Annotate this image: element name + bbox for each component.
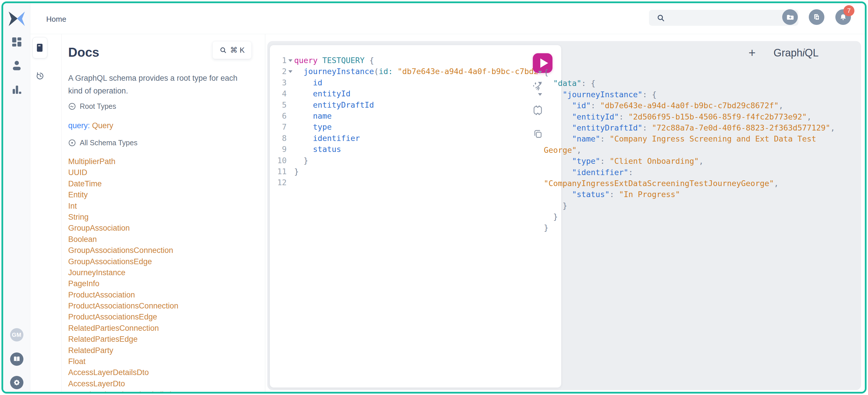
all-types-section: All Schema Types <box>68 139 137 147</box>
doc-type-link[interactable]: AccessLayerDetailsDto <box>68 367 192 378</box>
fold-arrow-icon[interactable] <box>288 59 292 62</box>
sidebar-item-dashboard[interactable] <box>11 36 23 49</box>
doc-type-link[interactable]: GroupAssociation <box>68 223 192 233</box>
docs-description: A GraphQL schema provides a root type fo… <box>68 72 244 97</box>
doc-type-link[interactable]: Float <box>68 356 192 367</box>
doc-type-link[interactable]: JourneyInstance <box>68 267 192 278</box>
gear-icon <box>10 376 23 389</box>
field-type-link[interactable]: Query <box>92 121 114 130</box>
fold-arrow-icon[interactable] <box>538 82 542 84</box>
response-header: + GraphiQL <box>748 47 818 59</box>
response-viewer: { "data": { "journeyInstance": { "id": "… <box>538 67 861 389</box>
docs-plugin-button[interactable] <box>32 37 48 58</box>
doc-type-link[interactable]: MultiplierPath <box>68 156 192 167</box>
doc-type-link[interactable]: RelatedParty <box>68 345 192 356</box>
fold-gutter <box>287 155 294 166</box>
app-window: GM Home <box>1 1 867 394</box>
fold-arrow-icon[interactable] <box>538 71 542 74</box>
fold-gutter <box>287 77 294 88</box>
settings-button[interactable] <box>10 376 23 389</box>
fold-gutter <box>287 100 294 111</box>
all-schema-types-icon <box>68 139 76 147</box>
fold-gutter <box>287 111 294 121</box>
add-folder-button[interactable] <box>782 9 798 25</box>
fold-gutter <box>287 66 294 77</box>
docs-search-button[interactable]: ⌘ K <box>212 41 252 59</box>
doc-type-link[interactable]: Entity <box>68 189 192 200</box>
fold-arrow-icon[interactable] <box>288 70 292 73</box>
code-line: 4 entityId <box>270 88 561 99</box>
response-line: "CompanyIngressExtDataScreeningTestJourn… <box>538 178 861 189</box>
code-line: 7 type <box>270 121 561 133</box>
avatar-initials: GM <box>12 332 21 338</box>
doc-type-link[interactable]: PageInfo <box>68 278 192 289</box>
notification-badge: 7 <box>843 5 855 16</box>
x-logo-icon <box>8 11 26 27</box>
doc-type-link[interactable]: GroupAssociationsConnection <box>68 245 192 256</box>
doc-type-link[interactable]: UUID <box>68 167 192 178</box>
line-number: 4 <box>274 88 287 99</box>
code-line: 5 entityDraftId <box>270 100 561 111</box>
bar-chart-icon <box>11 84 23 95</box>
code-line: 10 } <box>270 155 561 166</box>
schema-type-list: MultiplierPathUUIDDateTimeEntityIntStrin… <box>68 156 192 392</box>
root-query-field: query: Query <box>68 121 113 130</box>
avatar[interactable]: GM <box>10 328 23 341</box>
fold-gutter <box>287 55 294 66</box>
plugin-sidebar <box>30 34 62 392</box>
doc-type-link[interactable]: Boolean <box>68 234 192 245</box>
response-line: "id": "db7e643e-a94d-4a0f-b9bc-c7bd29c86… <box>538 100 861 111</box>
shortcut-label: ⌘ K <box>230 46 245 55</box>
docs-title: Docs <box>68 45 99 60</box>
doc-type-link[interactable]: ProductAssociation <box>68 289 192 300</box>
line-number: 11 <box>274 166 287 177</box>
doc-type-link[interactable]: RelatedPartiesEdge <box>68 334 192 345</box>
global-search[interactable] <box>649 10 798 26</box>
line-number: 7 <box>274 121 287 133</box>
left-sidebar: GM <box>3 3 30 392</box>
line-number: 2 <box>274 66 287 77</box>
query-editor[interactable]: 1query TESTQUERY {2 journeyInstance(id: … <box>270 45 561 388</box>
graphiql-logo: GraphiQL <box>774 47 818 59</box>
sidebar-item-analytics[interactable] <box>11 84 23 97</box>
code-line: 8 identifier <box>270 133 561 144</box>
fold-gutter <box>287 121 294 133</box>
doc-type-link[interactable]: GroupAssociationsEdge <box>68 256 192 267</box>
line-number: 10 <box>274 155 287 166</box>
root-types-section: Root Types <box>68 102 116 111</box>
doc-type-link[interactable]: RelatedPartiesConnection <box>68 323 192 334</box>
response-line: "data": { <box>538 78 861 89</box>
notifications-button[interactable]: 7 <box>835 9 851 25</box>
history-plugin-button[interactable] <box>35 71 45 82</box>
line-number: 9 <box>274 144 287 155</box>
all-types-label: All Schema Types <box>80 139 137 147</box>
doc-type-link[interactable]: ProductAssociationsConnection <box>68 300 192 311</box>
doc-type-link[interactable]: AccessLayerDto <box>68 378 192 389</box>
search-input[interactable] <box>669 14 790 22</box>
app-logo-icon[interactable] <box>8 11 26 28</box>
line-number: 8 <box>274 133 287 144</box>
sidebar-item-users[interactable] <box>11 60 23 72</box>
response-line: } <box>538 222 861 233</box>
upload-files-button[interactable] <box>809 9 825 25</box>
doc-type-link[interactable]: Int <box>68 201 192 211</box>
code-line: 1query TESTQUERY { <box>270 55 561 66</box>
open-book-icon <box>10 352 23 366</box>
doc-type-link[interactable]: String <box>68 211 192 223</box>
response-line: } <box>538 211 861 222</box>
topbar-actions: 7 <box>782 9 851 25</box>
folder-plus-icon <box>785 12 795 22</box>
add-tab-button[interactable]: + <box>748 47 755 59</box>
response-line: "name": "Company Ingress Screening and E… <box>538 133 861 144</box>
docs-help-button[interactable] <box>10 352 23 366</box>
doc-type-link[interactable]: DateTime <box>68 178 192 189</box>
fold-arrow-icon[interactable] <box>538 93 542 96</box>
query-code[interactable]: 1query TESTQUERY {2 journeyInstance(id: … <box>270 55 561 388</box>
response-line: "type": "Client Onboarding", <box>538 156 861 167</box>
breadcrumb[interactable]: Home <box>46 15 66 24</box>
doc-type-link[interactable]: ProductAssociationsEdge <box>68 311 192 322</box>
doc-type-link[interactable]: AssociatedVersionedJurisdictionDto <box>68 389 192 392</box>
fold-gutter <box>287 88 294 99</box>
response-line: { <box>538 67 861 78</box>
docs-panel: Docs ⌘ K A GraphQL schema provides a roo… <box>62 34 265 392</box>
